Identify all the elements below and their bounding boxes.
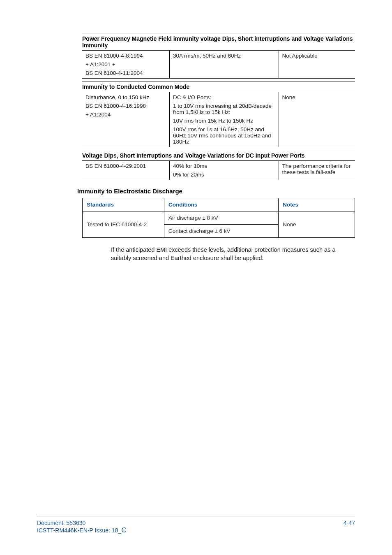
section-title-power-freq: Power Frequency Magnetic Field immunity … — [82, 33, 355, 50]
cell-text: Not Applicable — [279, 51, 355, 79]
footer-left: Document: 553630 ICSTT-RM446K-EN-P Issue… — [37, 520, 126, 534]
cell-text: + A1:2004 — [85, 111, 166, 118]
table-header: Notes — [279, 198, 355, 211]
footer-issue-prefix: ICSTT-RM446K-EN-P Issue: 10_ — [37, 527, 121, 534]
section-title-voltage-dips: Voltage Dips, Short Interruptions and Vo… — [82, 150, 355, 160]
body-paragraph: If the anticipated EMI exceeds these lev… — [111, 246, 355, 262]
cell-text: 0% for 20ms — [173, 172, 275, 178]
cell-text: Tested to IEC 61000-4-2 — [83, 211, 164, 238]
footer-issue-suffix: C — [121, 526, 126, 534]
cell-text: BS EN 61000-4-16:1998 — [85, 103, 166, 109]
table-conducted: Disturbance, 0 to 150 kHz BS EN 61000-4-… — [82, 92, 355, 147]
cell-text: None — [279, 92, 355, 147]
cell-text: 10V rms from 15k Hz to 150k Hz — [173, 118, 275, 124]
table-header: Conditions — [164, 198, 278, 211]
footer-issue: ICSTT-RM446K-EN-P Issue: 10_C — [37, 526, 126, 534]
cell-text: BS EN 6100-4-11:2004 — [85, 70, 166, 76]
cell-text: 30A rms/m, 50Hz and 60Hz — [169, 51, 279, 79]
heading-esd: Immunity to Electrostatic Discharge — [77, 188, 355, 195]
cell-text: 40% for 10ms — [173, 163, 275, 169]
table-header: Standards — [83, 198, 164, 211]
cell-text: The performance criteria for these tests… — [279, 161, 355, 180]
cell-text: BS EN 61000-4-8:1994 — [85, 53, 166, 59]
cell-text: None — [279, 211, 355, 238]
cell-text: Contact discharge ± 6 kV — [164, 225, 278, 238]
cell-text: DC & I/O Ports: — [173, 94, 275, 100]
cell-text: BS EN 61000-4-29:2001 — [82, 161, 169, 180]
section-title-conducted: Immunity to Conducted Common Mode — [82, 81, 355, 92]
table-esd: Standards Conditions Notes Tested to IEC… — [82, 198, 355, 238]
cell-text: + A1:2001 + — [85, 61, 166, 67]
table-power-freq: BS EN 61000-4-8:1994 + A1:2001 + BS EN 6… — [82, 50, 355, 79]
cell-text: 100V rms for 1s at 16.6Hz, 50Hz and 60Hz… — [173, 126, 275, 145]
footer-page-number: 4-47 — [344, 520, 355, 534]
page-footer: Document: 553630 ICSTT-RM446K-EN-P Issue… — [37, 516, 355, 534]
cell-text: Disturbance, 0 to 150 kHz — [85, 94, 166, 100]
cell-text: Air discharge ± 8 kV — [164, 211, 278, 225]
cell-text: 1 to 10V rms increasing at 20dB/decade f… — [173, 103, 275, 115]
table-voltage-dips: BS EN 61000-4-29:2001 40% for 10ms 0% fo… — [82, 160, 355, 180]
footer-doc: Document: 553630 — [37, 520, 126, 526]
